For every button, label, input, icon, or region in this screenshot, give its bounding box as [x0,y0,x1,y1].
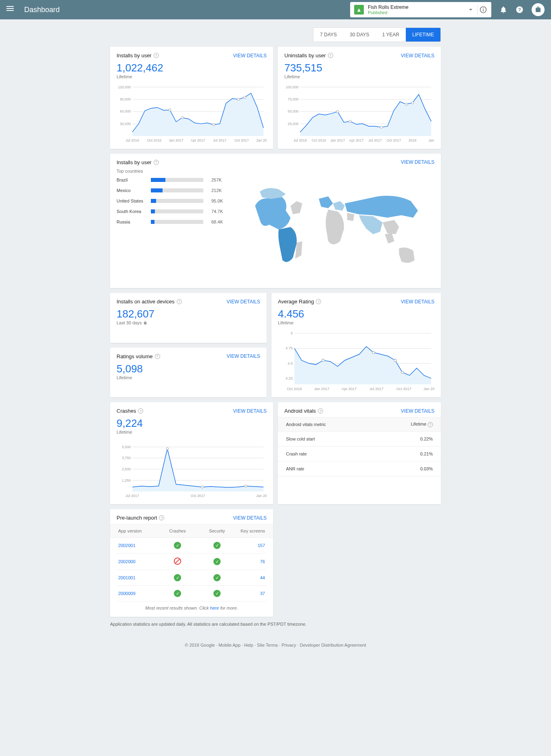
help-icon[interactable]: ? [516,6,524,14]
help-icon[interactable]: ? [159,515,164,520]
metric-value: 735,515 [284,62,434,74]
check-icon: ✓ [174,542,181,549]
country-row: United States95.0K [117,198,238,203]
card-title: Ratings volume [117,353,153,359]
view-details-link[interactable]: VIEW DETAILS [401,408,434,414]
view-details-link[interactable]: VIEW DETAILS [233,53,267,58]
help-icon[interactable]: ? [177,299,182,304]
info-icon[interactable] [479,6,487,14]
version-link[interactable]: 2002001 [118,543,158,548]
svg-text:120,000: 120,000 [118,85,131,89]
country-row: South Korea74.7K [117,209,238,214]
svg-text:Oct 2016: Oct 2016 [287,387,302,391]
tab-1-year[interactable]: 1 YEAR [376,28,406,42]
avatar[interactable] [532,3,545,16]
svg-text:Oct 2017: Oct 2017 [234,138,249,142]
help-icon[interactable]: ? [428,422,433,427]
svg-rect-2 [483,8,484,8]
help-icon[interactable]: ? [155,354,160,359]
svg-point-79 [201,486,204,489]
rating-chart: 4.254.54.755Oct 2016Jan 2017Apr 2017Jul … [278,330,434,392]
metric-sublabel: Lifetime [278,320,434,325]
svg-text:Jan 2018: Jan 2018 [256,138,267,142]
chevron-down-icon [469,9,472,10]
view-details-link[interactable]: VIEW DETAILS [401,299,434,305]
card-title: Installs by user [117,52,152,58]
help-icon[interactable]: ? [328,53,333,58]
svg-text:90,000: 90,000 [120,97,131,101]
view-details-link[interactable]: VIEW DETAILS [227,299,260,305]
help-icon[interactable]: ? [138,408,143,414]
help-icon[interactable]: ? [154,160,159,165]
average-rating-card: Average Rating? VIEW DETAILS 4.456 Lifet… [271,293,441,397]
card-title: Installs on active devices [117,299,175,305]
view-details-link[interactable]: VIEW DETAILS [233,515,267,521]
svg-point-48 [411,102,414,104]
svg-text:Jan: Jan [428,138,434,142]
app-selector[interactable]: ▲ Fish Rolls Extreme Published [350,2,491,17]
svg-text:?: ? [518,7,521,12]
tab-lifetime[interactable]: LIFETIME [406,28,440,42]
check-icon: ✓ [174,590,181,597]
help-icon[interactable]: ? [154,53,159,58]
svg-point-64 [372,351,375,354]
view-details-link[interactable]: VIEW DETAILS [401,53,434,58]
view-details-link[interactable]: VIEW DETAILS [233,408,267,414]
metric-value: 4.456 [278,308,434,320]
svg-text:Jan 2017: Jan 2017 [314,387,330,391]
bell-icon[interactable] [499,6,507,14]
time-range-tabs: 7 DAYS30 DAYS1 YEARLIFETIME [110,27,441,42]
version-link[interactable]: 2001001 [118,575,158,580]
svg-text:Jul 2017: Jul 2017 [126,494,139,498]
installs-active-devices-card: Installs on active devices? VIEW DETAILS… [110,293,267,343]
vitals-table-header: Android vitals metric Lifetime ? [278,417,441,432]
app-header: Dashboard ▲ Fish Rolls Extreme Published… [0,0,551,19]
metric-value: 5,098 [117,363,260,375]
top-countries-label: Top countries [117,169,434,173]
key-screens-link[interactable]: 37 [237,591,265,596]
country-row: Russia68.4K [117,219,238,224]
svg-text:5: 5 [291,331,293,335]
svg-text:Jul 2016: Jul 2016 [294,138,307,142]
prelaunch-footer: Most recent results shown. Click here fo… [117,601,267,611]
svg-text:4.75: 4.75 [286,347,293,351]
metric-sublabel: Lifetime [117,375,260,380]
key-screens-link[interactable]: 157 [237,543,265,548]
app-icon: ▲ [354,5,364,15]
installs-by-country-card: Installs by user? VIEW DETAILS Top count… [110,154,441,288]
svg-text:Oct 2016: Oct 2016 [147,138,161,142]
tab-30-days[interactable]: 30 DAYS [343,28,376,42]
svg-text:Oct 2017: Oct 2017 [396,387,411,391]
menu-icon[interactable] [6,5,16,15]
help-icon[interactable]: ? [318,408,323,414]
tab-7-days[interactable]: 7 DAYS [313,28,343,42]
help-icon[interactable]: ? [316,299,321,304]
metric-value: 182,607 [117,308,260,320]
svg-text:Jul 2017: Jul 2017 [369,387,384,391]
here-link[interactable]: here [210,606,219,610]
crashes-chart: 1,2502,5003,7505,000Jul 2017Oct 2017Jan … [117,439,267,499]
version-link[interactable]: 2000009 [118,591,158,596]
view-details-link[interactable]: VIEW DETAILS [401,159,434,165]
svg-point-47 [405,103,407,105]
check-icon: ✓ [213,590,221,597]
svg-text:Oct 2017: Oct 2017 [386,138,401,142]
svg-point-63 [322,359,324,361]
svg-text:Apr 2017: Apr 2017 [349,138,364,142]
key-screens-link[interactable]: 44 [237,575,265,580]
version-link[interactable]: 2002000 [118,559,158,564]
svg-text:Jan 2018: Jan 2018 [256,494,267,498]
svg-point-65 [394,359,397,361]
view-details-link[interactable]: VIEW DETAILS [227,353,260,359]
svg-text:Oct 2016: Oct 2016 [312,138,326,142]
world-map [246,178,434,281]
check-icon: ✓ [174,574,181,581]
svg-point-25 [212,123,215,126]
key-screens-link[interactable]: 76 [237,559,265,564]
svg-point-78 [166,448,169,450]
card-title: Crashes [117,408,136,414]
page-title: Dashboard [24,6,60,14]
svg-text:2018: 2018 [409,138,417,142]
svg-text:1,250: 1,250 [122,478,131,482]
prelaunch-row: 2000009✓✓37 [117,586,267,601]
